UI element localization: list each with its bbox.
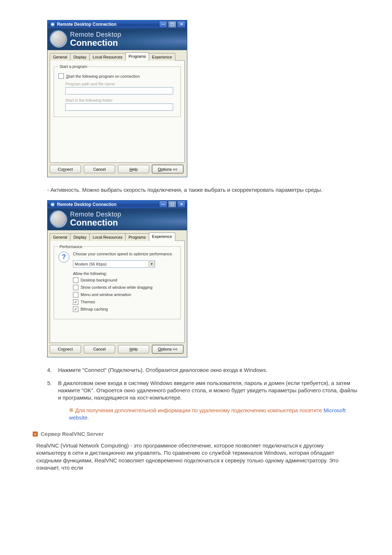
- maximize-button[interactable]: ▢: [168, 201, 176, 208]
- window-title: Remote Desktop Connection: [57, 202, 117, 207]
- options-button[interactable]: Options <<: [152, 345, 183, 353]
- start-program-fieldset: Start a program Start the following prog…: [54, 64, 181, 117]
- rdc-title-icon: [50, 21, 56, 27]
- tab-strip: General Display Local Resources Programs…: [50, 233, 185, 241]
- tab-panel-programs: Start a program Start the following prog…: [50, 61, 185, 163]
- tab-general[interactable]: General: [50, 233, 70, 241]
- section-header-realvnc: ▸ Сервер RealVNC Server: [33, 431, 359, 437]
- section-title: Сервер RealVNC Server: [41, 431, 103, 437]
- program-path-label: Program path and file name:: [65, 82, 116, 86]
- paragraph-experience-desc: - Активность. Можно выбрать скорость под…: [47, 186, 345, 194]
- button-row: Connect Cancel Help Options <<: [50, 343, 185, 354]
- step-5-text: В диалоговом окне входа в систему Window…: [58, 380, 357, 401]
- step-4: Нажмите "Connect" (Подключить). Отобрази…: [47, 366, 359, 374]
- tab-programs[interactable]: Programs: [125, 52, 149, 61]
- svg-rect-1: [52, 24, 54, 25]
- close-button[interactable]: ✕: [177, 21, 185, 28]
- bitmap-caching-checkbox[interactable]: [73, 307, 78, 312]
- connect-button[interactable]: Connect: [50, 345, 81, 353]
- help-button[interactable]: Help: [118, 345, 149, 353]
- client-area: General Display Local Resources Programs…: [48, 230, 187, 357]
- cb-label: Desktop background: [81, 278, 117, 282]
- header-banner: Remote Desktop Connection: [48, 28, 187, 50]
- start-folder-label: Start in the following folder:: [65, 98, 114, 102]
- titlebar[interactable]: Remote Desktop Connection — ▢ ✕: [48, 200, 187, 208]
- rdc-window-experience: Remote Desktop Connection — ▢ ✕ Remote D…: [47, 200, 187, 357]
- minimize-button[interactable]: —: [159, 201, 167, 208]
- note-suffix: .: [87, 414, 89, 421]
- brand-bottom: Connection: [70, 218, 121, 227]
- program-path-input[interactable]: [65, 87, 173, 94]
- tab-display[interactable]: Display: [70, 233, 90, 241]
- svg-rect-3: [52, 204, 54, 205]
- cb-label: Show contents of window while dragging: [81, 285, 152, 289]
- menu-animation-checkbox[interactable]: [73, 292, 78, 297]
- show-window-contents-checkbox[interactable]: [73, 285, 78, 290]
- tab-experience[interactable]: Experience: [149, 232, 175, 241]
- start-folder-input[interactable]: [65, 104, 173, 111]
- button-row: Connect Cancel Help Options <<: [50, 163, 185, 174]
- tab-display[interactable]: Display: [70, 53, 90, 61]
- titlebar[interactable]: Remote Desktop Connection — ▢ ✕: [48, 20, 187, 28]
- section-body-realvnc: RealVNC (Virtual Network Computing) - эт…: [36, 442, 345, 471]
- allow-label: Allow the following:: [73, 271, 173, 276]
- rdc-logo-icon: [50, 31, 67, 48]
- tab-local-resources[interactable]: Local Resources: [89, 53, 126, 61]
- tab-panel-experience: Performance ? Choose your connection spe…: [50, 241, 185, 343]
- cb-label: Menu and window animation: [81, 292, 131, 297]
- tab-strip: General Display Local Resources Programs…: [50, 53, 185, 61]
- dropdown-value: Modem (56 Kbps): [75, 262, 106, 266]
- cb-label: Bitmap caching: [81, 307, 108, 311]
- tab-general[interactable]: General: [50, 53, 70, 61]
- cb-label: Themes: [81, 300, 95, 304]
- rdc-window-programs: Remote Desktop Connection — ▢ ✕ Remote D…: [47, 20, 187, 177]
- brand-bottom: Connection: [70, 38, 121, 47]
- tab-experience[interactable]: Experience: [149, 53, 175, 61]
- note-star-icon: ※: [69, 407, 74, 413]
- instruction-list: Нажмите "Connect" (Подключить). Отобрази…: [47, 366, 359, 422]
- brand-top: Remote Desktop: [70, 211, 121, 218]
- rdc-title-icon: [50, 202, 56, 207]
- window-title: Remote Desktop Connection: [57, 22, 117, 27]
- connection-speed-select[interactable]: Modem (56 Kbps) ▼: [73, 260, 155, 268]
- themes-checkbox[interactable]: [73, 299, 78, 305]
- performance-instruction: Choose your connection speed to optimize…: [73, 252, 173, 256]
- cancel-button[interactable]: Cancel: [84, 165, 115, 173]
- start-program-checkbox[interactable]: [58, 73, 64, 79]
- note-more-info: ※Для получения дополнительной информации…: [69, 407, 359, 422]
- desktop-background-checkbox[interactable]: [73, 278, 78, 283]
- tab-programs[interactable]: Programs: [125, 233, 149, 241]
- options-button[interactable]: Options <<: [152, 165, 183, 173]
- cancel-button[interactable]: Cancel: [84, 345, 115, 353]
- note-prefix: Для получения дополнительной информации …: [75, 407, 323, 413]
- tab-local-resources[interactable]: Local Resources: [89, 233, 126, 241]
- close-button[interactable]: ✕: [177, 201, 185, 208]
- chevron-down-icon: ▼: [148, 261, 155, 267]
- start-program-label: Start the following program on connectio…: [66, 74, 140, 78]
- question-icon: ?: [58, 252, 69, 263]
- rdc-logo-icon: [50, 211, 67, 228]
- maximize-button[interactable]: ▢: [168, 21, 176, 28]
- brand-top: Remote Desktop: [70, 31, 121, 38]
- performance-fieldset: Performance ? Choose your connection spe…: [54, 244, 181, 319]
- connect-button[interactable]: Connect: [50, 165, 81, 173]
- header-banner: Remote Desktop Connection: [48, 208, 187, 230]
- help-button[interactable]: Help: [118, 165, 149, 173]
- step-5: В диалоговом окне входа в систему Window…: [47, 380, 359, 421]
- section-icon: ▸: [33, 432, 38, 437]
- fieldset-legend: Performance: [58, 244, 83, 249]
- client-area: General Display Local Resources Programs…: [48, 50, 187, 177]
- minimize-button[interactable]: —: [159, 21, 167, 28]
- fieldset-legend: Start a program: [58, 64, 88, 69]
